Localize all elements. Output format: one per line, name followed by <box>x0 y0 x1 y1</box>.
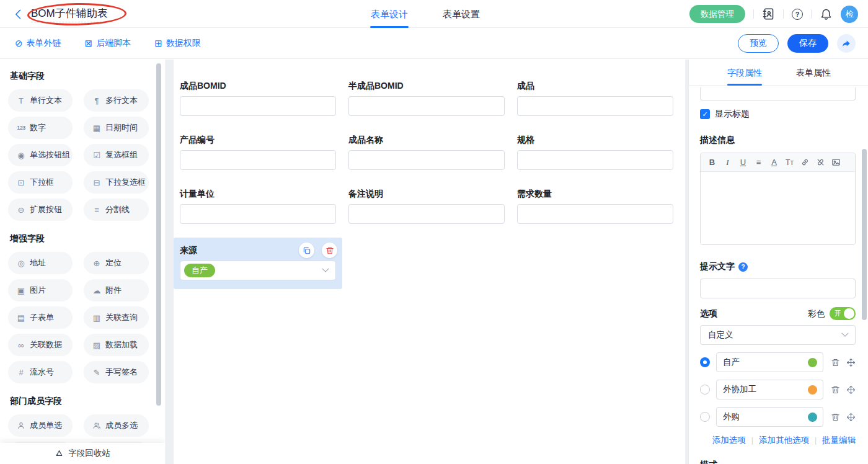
option-color-dot[interactable] <box>808 413 817 422</box>
option-text-input[interactable]: 外协加工 <box>716 380 823 399</box>
text-input[interactable] <box>180 204 336 224</box>
contacts-icon[interactable] <box>762 7 775 20</box>
form-field-source-selected[interactable]: 来源 自产 <box>174 238 342 289</box>
help-icon[interactable]: ? <box>792 9 803 20</box>
field-pill-number[interactable]: 123数字 <box>8 117 73 139</box>
option-radio[interactable] <box>700 412 710 422</box>
batch-edit-link[interactable]: 批量编辑 <box>822 435 856 446</box>
drag-move-icon[interactable] <box>846 358 856 367</box>
form-field-semi-finished-bomid[interactable]: 半成品BOMID <box>342 76 511 121</box>
italic-icon[interactable]: I <box>720 158 735 167</box>
form-field-remark[interactable]: 备注说明 <box>342 184 511 229</box>
option-radio-selected[interactable] <box>700 357 710 367</box>
form-field-unit[interactable]: 计量单位 <box>174 184 342 229</box>
option-color-dot[interactable] <box>808 358 817 367</box>
panel-scrollbar[interactable] <box>862 149 867 320</box>
form-field-demand-qty[interactable]: 需求数量 <box>511 184 680 229</box>
field-pill-dropdown[interactable]: ⊡下拉框 <box>8 171 73 194</box>
field-pill-member-single[interactable]: 成员单选 <box>8 414 73 437</box>
field-pill-divider[interactable]: ≡分割线 <box>84 199 149 221</box>
form-field-product-no[interactable]: 产品编号 <box>174 130 342 175</box>
field-pill-single-line-text[interactable]: T单行文本 <box>8 89 73 112</box>
preview-button[interactable]: 预览 <box>738 34 779 53</box>
font-size-icon[interactable]: Tт <box>782 158 797 167</box>
form-field-product-name[interactable]: 成品名称 <box>342 130 511 175</box>
tab-form-settings[interactable]: 表单设置 <box>443 0 480 28</box>
color-toggle[interactable]: 开 <box>830 307 856 320</box>
show-title-checkbox[interactable] <box>700 109 710 119</box>
form-field-finished-bomid[interactable]: 成品BOMID <box>174 76 342 121</box>
sidebar-scrollbar[interactable] <box>156 63 161 406</box>
field-pill-datetime[interactable]: ▦日期时间 <box>84 117 149 139</box>
delete-option-icon[interactable] <box>831 385 840 395</box>
option-text-input[interactable]: 自产 <box>716 352 823 372</box>
hint-help-icon[interactable]: ? <box>738 262 748 272</box>
data-permission-link[interactable]: ⊞ 数据权限 <box>154 38 201 49</box>
add-option-link[interactable]: 添加选项 <box>712 435 746 446</box>
field-recycle-bin[interactable]: 字段回收站 <box>0 443 165 464</box>
field-pill-multi-line-text[interactable]: ¶多行文本 <box>84 89 149 112</box>
add-other-option-link[interactable]: 添加其他选项 <box>759 435 809 446</box>
form-field-spec[interactable]: 规格 <box>511 130 680 175</box>
option-radio[interactable] <box>700 385 710 395</box>
share-button[interactable] <box>837 34 856 53</box>
back-icon[interactable] <box>12 8 25 20</box>
delete-option-icon[interactable] <box>831 358 840 367</box>
remove-link-icon[interactable] <box>813 158 828 167</box>
field-pill-linked-data[interactable]: ∞关联数据 <box>8 334 73 356</box>
recycle-icon <box>55 449 64 458</box>
text-input[interactable] <box>517 96 673 116</box>
hint-text-input[interactable] <box>700 279 856 298</box>
underline-icon[interactable]: U <box>735 158 751 167</box>
field-pill-geolocation[interactable]: ⊕定位 <box>84 252 149 274</box>
field-pill-serial-number[interactable]: #流水号 <box>8 361 73 383</box>
field-pill-checkbox-group[interactable]: ☑复选框组 <box>84 144 149 166</box>
tab-field-properties[interactable]: 字段属性 <box>727 60 762 86</box>
font-color-icon[interactable]: A <box>766 158 782 167</box>
text-input[interactable] <box>348 150 505 170</box>
text-input[interactable] <box>348 96 505 116</box>
delete-option-icon[interactable] <box>831 413 840 422</box>
option-text-input[interactable]: 外购 <box>716 407 823 427</box>
field-pill-member-multi[interactable]: 成员多选 <box>84 414 149 437</box>
form-external-link[interactable]: ⊘ 表单外链 <box>15 38 61 49</box>
notification-bell-icon[interactable] <box>820 7 833 20</box>
text-input[interactable] <box>517 204 673 224</box>
field-pill-linked-query[interactable]: ▥关联查询 <box>84 306 149 329</box>
field-pill-radio-group[interactable]: ◉单选按钮组 <box>8 144 73 166</box>
source-dropdown[interactable]: 自产 <box>180 261 336 280</box>
bold-icon[interactable]: B <box>704 158 720 167</box>
description-textarea[interactable] <box>701 172 855 244</box>
pill-label: 日期时间 <box>105 122 138 133</box>
copy-field-button[interactable] <box>299 243 314 258</box>
backend-script-link[interactable]: ⊠ 后端脚本 <box>85 38 131 49</box>
text-input[interactable] <box>180 96 336 116</box>
field-pill-multi-dropdown[interactable]: ⊟下拉复选框 <box>84 171 149 194</box>
field-pill-extend-button[interactable]: ⊖扩展按钮 <box>8 199 73 221</box>
field-pill-address[interactable]: ◎地址 <box>8 252 73 274</box>
tab-form-design[interactable]: 表单设计 <box>371 0 408 28</box>
tab-form-properties[interactable]: 表单属性 <box>796 60 831 86</box>
text-input[interactable] <box>517 150 673 170</box>
data-manage-button[interactable]: 数据管理 <box>689 5 745 23</box>
option-type-select[interactable]: 自定义 <box>700 325 856 345</box>
insert-image-icon[interactable] <box>828 158 844 167</box>
delete-field-button[interactable] <box>322 243 337 258</box>
text-input[interactable] <box>348 204 505 224</box>
drag-move-icon[interactable] <box>846 413 856 422</box>
form-title[interactable]: BOM子件辅助表 <box>31 6 108 22</box>
field-title-input-partial[interactable] <box>700 87 856 100</box>
field-pill-data-load[interactable]: ▨数据加载 <box>84 334 149 356</box>
avatar[interactable]: 检 <box>841 6 858 23</box>
field-pill-signature[interactable]: ✎手写签名 <box>84 361 149 383</box>
save-button[interactable]: 保存 <box>787 34 828 53</box>
text-input[interactable] <box>180 150 336 170</box>
drag-move-icon[interactable] <box>846 385 856 395</box>
form-field-finished-product[interactable]: 成品 <box>511 76 680 121</box>
field-pill-subform[interactable]: ▤子表单 <box>8 306 73 329</box>
field-pill-image[interactable]: ▣图片 <box>8 279 73 301</box>
align-icon[interactable]: ≡ <box>751 158 766 167</box>
insert-link-icon[interactable] <box>797 158 813 167</box>
field-pill-attachment[interactable]: ☁附件 <box>84 279 149 301</box>
option-color-dot[interactable] <box>808 385 817 395</box>
